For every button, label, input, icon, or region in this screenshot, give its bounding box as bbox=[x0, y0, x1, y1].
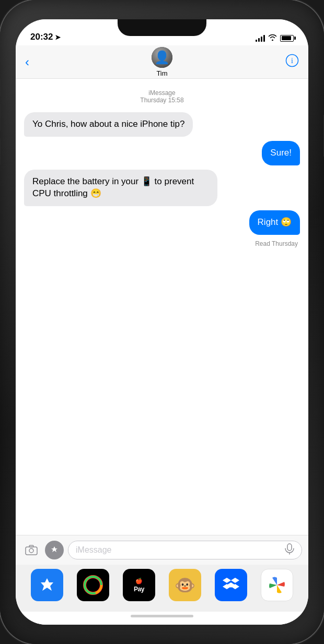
status-icons bbox=[256, 34, 294, 42]
messages-area: iMessage Thursday 15:58 Yo Chris, how ab… bbox=[16, 79, 308, 535]
message-bubble-left: Replace the battery in your 📱 to prevent… bbox=[24, 170, 217, 206]
avatar bbox=[152, 47, 172, 68]
dock-app-store[interactable] bbox=[31, 569, 63, 601]
battery-icon bbox=[280, 35, 294, 42]
location-icon: ➤ bbox=[55, 33, 61, 41]
phone-frame: 20:32 ➤ bbox=[0, 0, 324, 644]
camera-button[interactable] bbox=[22, 541, 41, 559]
app-dock: 🍎 Pay 🐵 bbox=[16, 565, 308, 612]
timestamp-label: iMessage Thursday 15:58 bbox=[24, 89, 300, 104]
message-input-field[interactable]: iMessage bbox=[68, 541, 302, 559]
mic-button[interactable] bbox=[285, 543, 294, 557]
message-placeholder: iMessage bbox=[76, 545, 285, 555]
message-text: Sure! bbox=[270, 148, 292, 158]
time-display: 20:32 bbox=[30, 32, 53, 42]
home-indicator bbox=[16, 612, 308, 625]
service-label: iMessage bbox=[24, 89, 300, 97]
back-chevron-icon: ‹ bbox=[25, 56, 29, 68]
signal-icon bbox=[256, 34, 265, 42]
message-bubble-left: Yo Chris, how about a nice iPhone tip? bbox=[24, 112, 193, 137]
contact-info[interactable]: Tim bbox=[152, 47, 172, 77]
message-row: Sure! bbox=[24, 141, 300, 165]
volume-up-button[interactable] bbox=[0, 104, 1, 130]
dock-monkey[interactable]: 🐵 bbox=[169, 569, 201, 601]
notch bbox=[118, 19, 206, 36]
message-text: Right 🙄 bbox=[258, 217, 292, 227]
message-text: Replace the battery in your 📱 to prevent… bbox=[32, 176, 194, 198]
svg-text:i: i bbox=[291, 57, 293, 65]
message-text: Yo Chris, how about a nice iPhone tip? bbox=[32, 119, 184, 129]
svg-marker-11 bbox=[231, 578, 239, 583]
dock-apple-pay[interactable]: 🍎 Pay bbox=[123, 569, 155, 601]
read-receipt: Read Thursday bbox=[24, 240, 300, 247]
dock-dropbox[interactable] bbox=[215, 569, 247, 601]
wifi-icon bbox=[268, 34, 277, 42]
dock-activity[interactable] bbox=[77, 569, 109, 601]
svg-point-3 bbox=[29, 548, 33, 553]
battery-fill bbox=[282, 36, 292, 40]
info-button[interactable]: i bbox=[285, 54, 299, 70]
phone-screen: 20:32 ➤ bbox=[16, 19, 308, 625]
message-bubble-right: Sure! bbox=[262, 141, 300, 165]
message-row: Replace the battery in your 📱 to prevent… bbox=[24, 170, 300, 206]
avatar-image bbox=[152, 47, 172, 68]
message-bubble-right: Right 🙄 bbox=[249, 210, 300, 235]
status-time: 20:32 ➤ bbox=[30, 32, 61, 42]
volume-down-button[interactable] bbox=[0, 138, 1, 164]
nav-header: ‹ Tim i bbox=[16, 45, 308, 79]
silent-switch[interactable] bbox=[0, 78, 1, 96]
date-label: Thursday 15:58 bbox=[24, 97, 300, 104]
svg-rect-4 bbox=[29, 545, 33, 547]
dock-pinwheel[interactable] bbox=[261, 569, 293, 601]
message-row: Right 🙄 bbox=[24, 210, 300, 235]
home-bar[interactable] bbox=[131, 615, 193, 617]
input-area: iMessage bbox=[16, 535, 308, 565]
svg-marker-10 bbox=[223, 578, 231, 583]
apps-button[interactable] bbox=[45, 541, 64, 559]
message-row: Yo Chris, how about a nice iPhone tip? bbox=[24, 112, 300, 137]
contact-name: Tim bbox=[156, 69, 167, 77]
svg-rect-5 bbox=[287, 544, 292, 551]
back-button[interactable]: ‹ bbox=[25, 56, 29, 68]
